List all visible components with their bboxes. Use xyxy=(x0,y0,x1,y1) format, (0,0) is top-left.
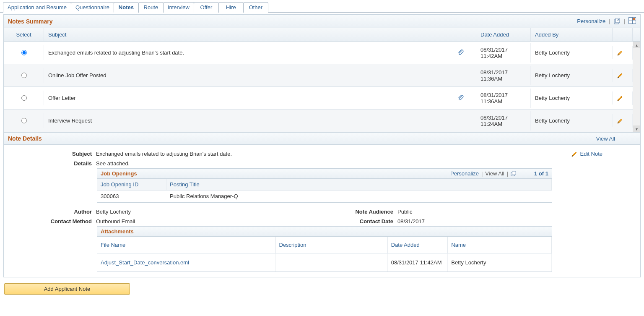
edit-pencil-icon[interactable] xyxy=(617,72,628,79)
notes-summary-section: Notes Summary Personalize | | Select Sub… xyxy=(3,14,641,133)
attachment-file-link[interactable]: Adjust_Start_Date_conversation.eml xyxy=(101,259,189,266)
attachment-icon[interactable] xyxy=(457,50,472,56)
col-subject-header[interactable]: Subject xyxy=(44,28,453,41)
tab-hire[interactable]: Hire xyxy=(218,2,244,13)
job-opening-id-header[interactable]: Job Opening ID xyxy=(97,179,166,190)
tab-offer[interactable]: Offer xyxy=(194,2,219,13)
tab-other[interactable]: Other xyxy=(243,2,268,13)
contact-date-value: 08/31/2017 xyxy=(397,218,640,225)
add-applicant-note-button[interactable]: Add Applicant Note xyxy=(4,283,130,295)
author-label: Author xyxy=(4,209,96,215)
row-radio[interactable] xyxy=(21,118,27,123)
row-subject: Exchanged emails related to adjusting Br… xyxy=(44,46,453,59)
posting-title-header[interactable]: Posting Title xyxy=(166,179,552,190)
table-row: Interview Request 08/31/2017 11:24AM Bet… xyxy=(4,110,633,132)
svg-rect-3 xyxy=(512,171,516,175)
att-date-header[interactable]: Date Added xyxy=(388,237,448,253)
job-openings-title: Job Openings xyxy=(101,170,137,177)
subject-label: Subject xyxy=(4,151,96,157)
attachment-date: 08/31/2017 11:42AM xyxy=(388,253,448,272)
job-opening-id: 300063 xyxy=(97,191,166,202)
note-details-section: Note Details View All Subject Exchanged … xyxy=(3,133,641,277)
job-openings-personalize-link[interactable]: Personalize xyxy=(450,170,479,177)
tab-route[interactable]: Route xyxy=(138,2,164,13)
scroll-down-icon[interactable]: ▾ xyxy=(633,125,640,132)
attachment-icon[interactable] xyxy=(457,95,472,102)
tab-application-resume[interactable]: Application and Resume xyxy=(3,2,71,13)
job-openings-count: 1 of 1 xyxy=(534,170,548,177)
table-row: Exchanged emails related to adjusting Br… xyxy=(4,42,633,64)
row-addedby: Betty Locherty xyxy=(531,114,613,127)
attachment-row: Adjust_Start_Date_conversation.eml 08/31… xyxy=(97,253,552,272)
row-addedby: Betty Locherty xyxy=(531,46,613,59)
job-openings-box: Job Openings Personalize | View All | 1 … xyxy=(97,168,552,203)
author-value: Betty Locherty xyxy=(96,209,322,215)
row-date: 08/31/2017 11:36AM xyxy=(476,89,531,108)
edit-pencil-icon[interactable] xyxy=(617,95,628,102)
contact-date-label: Contact Date xyxy=(322,218,397,225)
note-details-title: Note Details xyxy=(8,135,42,142)
col-select-header[interactable]: Select xyxy=(4,28,44,41)
edit-pencil-icon[interactable] xyxy=(617,50,628,56)
row-radio[interactable] xyxy=(21,50,27,55)
contact-method-label: Contact Method xyxy=(4,218,96,225)
popout-icon[interactable] xyxy=(511,171,517,176)
view-all-link[interactable]: View All xyxy=(596,136,636,142)
col-edit-header xyxy=(613,28,633,41)
table-row: Online Job Offer Posted 08/31/2017 11:36… xyxy=(4,64,633,87)
note-audience-value: Public xyxy=(397,209,640,215)
col-date-header[interactable]: Date Added xyxy=(476,28,531,41)
tab-interview[interactable]: Interview xyxy=(163,2,194,13)
scroll-up-icon[interactable]: ▴ xyxy=(633,42,640,48)
popout-icon[interactable] xyxy=(614,18,621,24)
grid-settings-icon[interactable] xyxy=(628,17,636,25)
note-audience-label: Note Audience xyxy=(322,209,397,215)
att-file-header[interactable]: File Name xyxy=(97,237,276,253)
row-date: 08/31/2017 11:36AM xyxy=(476,66,531,85)
attachments-title: Attachments xyxy=(97,227,552,237)
row-date: 08/31/2017 11:24AM xyxy=(476,111,531,131)
job-opening-row: 300063 Public Relations Manager-Q xyxy=(97,191,552,202)
notes-table-header: Select Subject Date Added Added By xyxy=(4,28,640,42)
table-scrollbar[interactable]: ▴ ▾ xyxy=(633,42,640,132)
row-radio[interactable] xyxy=(21,73,27,78)
row-addedby: Betty Locherty xyxy=(531,69,613,82)
tab-notes[interactable]: Notes xyxy=(114,2,139,13)
col-addedby-header[interactable]: Added By xyxy=(531,28,613,41)
attachment-name: Betty Locherty xyxy=(448,253,541,272)
personalize-link[interactable]: Personalize xyxy=(577,18,605,24)
notes-summary-title: Notes Summary xyxy=(8,18,53,25)
job-openings-viewall[interactable]: View All xyxy=(485,170,504,177)
attachments-box: Attachments File Name Description Date A… xyxy=(97,226,552,272)
attachment-description xyxy=(276,253,388,272)
table-row: Offer Letter 08/31/2017 11:36AM Betty Lo… xyxy=(4,87,633,110)
edit-note-link[interactable]: Edit Note xyxy=(571,149,640,159)
row-addedby: Betty Locherty xyxy=(531,91,613,104)
row-subject: Online Job Offer Posted xyxy=(44,69,453,82)
row-radio[interactable] xyxy=(21,95,27,101)
row-date: 08/31/2017 11:42AM xyxy=(476,43,531,63)
row-subject: Offer Letter xyxy=(44,91,453,104)
col-attachment-header xyxy=(453,28,476,41)
posting-title: Public Relations Manager-Q xyxy=(166,191,552,202)
att-name-header[interactable]: Name xyxy=(448,237,541,253)
details-label: Details xyxy=(4,160,96,167)
tab-questionnaire[interactable]: Questionnaire xyxy=(71,2,114,13)
row-subject: Interview Request xyxy=(44,114,453,127)
edit-pencil-icon[interactable] xyxy=(617,118,628,124)
att-desc-header[interactable]: Description xyxy=(276,237,388,253)
subject-value: Exchanged emails related to adjusting Br… xyxy=(96,151,571,157)
details-value: See attached. xyxy=(96,160,640,167)
contact-method-value: Outbound Email xyxy=(96,218,322,225)
tab-strip: Application and Resume Questionnaire Not… xyxy=(0,0,644,13)
